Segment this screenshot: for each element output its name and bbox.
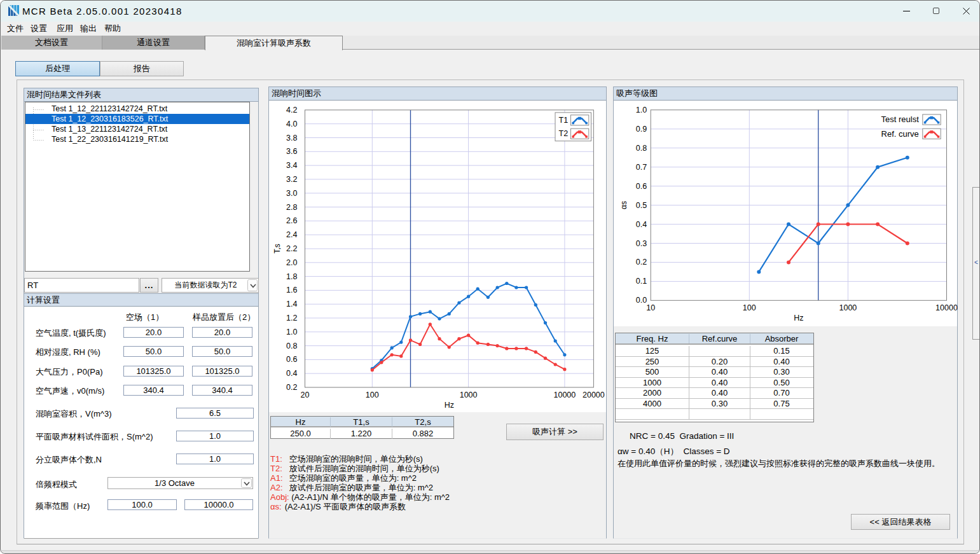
svg-text:2.6: 2.6 [286,216,297,225]
svg-text:1.8: 1.8 [286,272,297,281]
svg-text:0.6: 0.6 [286,355,297,364]
svg-text:0.3: 0.3 [636,239,647,248]
svg-text:0.8: 0.8 [636,144,647,153]
svg-text:0.4: 0.4 [636,220,647,229]
svg-text:2.2: 2.2 [286,244,297,253]
svg-text:3.2: 3.2 [286,175,297,184]
svg-text:3.6: 3.6 [286,147,297,156]
svg-text:0.2: 0.2 [286,383,297,392]
svg-text:Test reulst: Test reulst [881,114,920,124]
svg-text:10000: 10000 [935,303,958,312]
svg-text:0.9: 0.9 [636,125,647,134]
svg-text:3.0: 3.0 [286,189,297,198]
svg-text:0.1: 0.1 [636,277,647,286]
svg-text:2.4: 2.4 [286,230,297,239]
svg-text:Hz: Hz [445,401,454,410]
svg-text:Hz: Hz [794,314,803,322]
svg-text:20000: 20000 [583,391,605,399]
svg-text:T,s: T,s [273,244,282,253]
svg-text:0.8: 0.8 [286,342,297,350]
svg-text:1000: 1000 [839,303,857,312]
svg-text:100: 100 [366,391,379,399]
svg-text:0.6: 0.6 [636,182,647,191]
svg-text:10: 10 [646,303,655,312]
svg-text:4.2: 4.2 [286,106,297,114]
svg-text:0.5: 0.5 [636,201,647,210]
svg-text:3.8: 3.8 [286,134,297,142]
svg-text:20: 20 [301,391,310,399]
svg-text:1000: 1000 [460,391,478,399]
svg-text:1.0: 1.0 [636,106,647,114]
svg-text:1.2: 1.2 [286,314,297,322]
svg-text:0.2: 0.2 [636,258,647,267]
svg-text:T1: T1 [559,116,569,125]
svg-text:0.7: 0.7 [636,163,647,172]
svg-text:100: 100 [743,303,756,312]
svg-text:1.0: 1.0 [286,328,297,336]
svg-text:αs: αs [619,201,628,209]
svg-text:0.4: 0.4 [286,369,297,378]
svg-text:1.4: 1.4 [286,300,297,308]
svg-text:2.8: 2.8 [286,203,297,212]
svg-text:4.0: 4.0 [286,120,297,128]
svg-text:T2: T2 [559,129,569,138]
svg-text:0.0: 0.0 [636,296,647,305]
svg-text:2.0: 2.0 [286,258,297,267]
svg-text:1.6: 1.6 [286,286,297,294]
svg-text:3.4: 3.4 [286,161,297,170]
svg-text:10000: 10000 [554,391,576,399]
svg-text:Ref. curve: Ref. curve [881,129,919,139]
